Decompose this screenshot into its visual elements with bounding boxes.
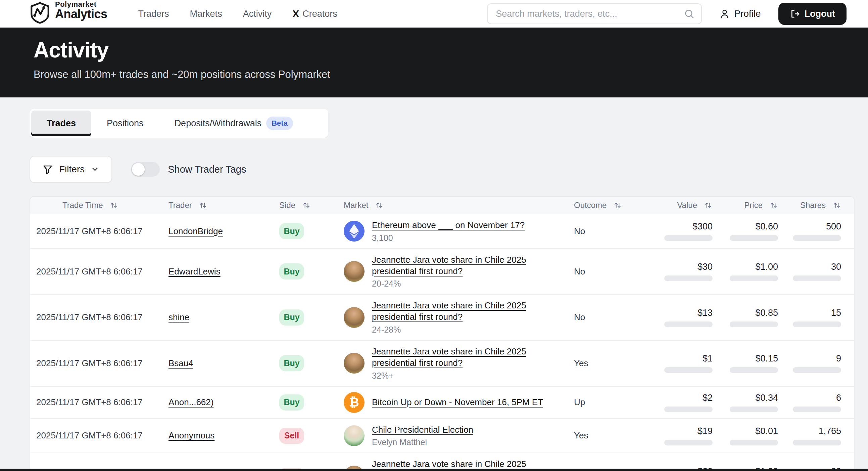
tab-positions[interactable]: Positions [91,111,159,136]
table-body: 2025/11/17 GMT+8 6:06:17LondonBridgeBuyE… [30,214,854,471]
column-header-market[interactable]: Market [323,201,563,210]
logo-bottom-label: Analytics [55,8,107,20]
sort-icon[interactable] [832,201,841,210]
value-cell: $30 [637,262,716,281]
column-header-trader[interactable]: Trader [162,201,262,210]
logout-button[interactable]: Logout [778,3,846,25]
search-icon [684,8,694,19]
shares-amount: 1,765 [818,426,841,436]
table-row: 2025/11/17 GMT+8 6:06:17LondonBridgeBuyE… [30,214,854,248]
trader-link[interactable]: shine [168,312,189,322]
price-amount: $0.85 [755,308,778,318]
market-link[interactable]: Jeannette Jara vote share in Chile 2025 … [372,254,562,277]
outcome-label: Up [563,397,637,408]
trader-link[interactable]: EdwardLewis [168,266,220,276]
nav-link-creators[interactable]: XCreators [292,8,337,20]
sort-icon[interactable] [110,201,118,210]
price-cell: $0.34 [716,393,781,412]
nav-links: TradersMarketsActivityXCreators [138,8,337,20]
value-bar [664,322,713,327]
page: Polymarket Analytics TradersMarketsActiv… [0,0,868,471]
trade-time: 2025/11/17 GMT+8 6:06:17 [30,266,162,277]
market-link[interactable]: Chile Presidential Election [372,424,473,436]
market-sub-label: 32%+ [372,371,562,381]
shares-amount: 6 [836,393,841,403]
column-header-shares[interactable]: Shares [781,201,854,210]
market-link[interactable]: Bitcoin Up or Down - November 16, 5PM ET [372,397,543,408]
column-label: Side [279,201,296,210]
sort-icon[interactable] [613,201,622,210]
value-cell: $300 [637,222,716,241]
activity-hero: Activity Browse all 100m+ trades and ~20… [0,28,868,97]
shares-bar [793,407,841,412]
logout-label: Logout [805,9,835,19]
table-row: 2025/11/17 GMT+8 6:06:17EdwardLewisBuyJe… [30,248,854,294]
trader-link[interactable]: Bsau4 [168,358,193,368]
value-bar [664,235,713,241]
profile-button[interactable]: Profile [719,8,761,19]
page-title: Activity [34,38,868,62]
value-cell: $2 [637,393,716,412]
logout-icon [790,9,800,19]
price-bar [730,440,778,445]
trader-link[interactable]: LondonBridge [168,226,223,236]
value-amount: $2 [703,393,713,403]
price-amount: $0.01 [755,426,778,436]
table-row: 2025/11/17 GMT+8 6:06:17Anon...662)Buy₿B… [30,386,854,418]
filters-button[interactable]: Filters [30,156,112,183]
shares-bar [793,440,841,445]
table-row: 2025/11/17 GMT+8 6:06:17AnonymousSellChi… [30,418,854,453]
column-header-trade-time[interactable]: Trade Time [30,201,162,210]
market-link[interactable]: Ethereum above ___ on November 17? [372,220,525,231]
market-link[interactable]: Jeannette Jara vote share in Chile 2025 … [372,346,562,369]
side-badge: Buy [279,263,304,279]
market-sub-label: 24-28% [372,325,562,334]
nav-link-label: Traders [138,9,169,19]
avatar-jara-icon [344,307,365,328]
trade-time: 2025/11/17 GMT+8 6:06:17 [30,430,162,441]
shares-cell: 9 [781,353,854,373]
column-label: Value [677,201,697,210]
column-header-price[interactable]: Price [716,201,781,210]
price-cell: $0.85 [716,308,781,327]
search-input[interactable] [496,9,684,19]
market-sub-label: 3,100 [372,233,525,243]
value-cell: $19 [637,426,716,445]
polymarket-analytics-logo[interactable]: Polymarket Analytics [30,2,107,24]
price-bar [730,275,778,281]
show-trader-tags-toggle[interactable] [131,162,160,177]
column-label: Price [744,201,763,210]
toggle-knob [132,163,145,176]
column-header-side[interactable]: Side [262,201,323,210]
shares-bar [793,275,841,281]
tab-trades[interactable]: Trades [31,111,91,136]
shares-cell: 1,765 [781,426,854,445]
value-amount: $1 [703,353,713,364]
sort-icon[interactable] [375,201,384,210]
outcome-label: Yes [563,358,637,369]
nav-link-markets[interactable]: Markets [190,9,222,19]
beta-badge: Beta [266,117,293,130]
market-link[interactable]: Jeannette Jara vote share in Chile 2025 … [372,300,562,323]
trade-time: 2025/11/17 GMT+8 6:06:17 [30,226,162,236]
avatar-matthei-icon [344,425,365,446]
sort-icon[interactable] [199,201,208,210]
trader-link[interactable]: Anonymous [168,430,215,440]
trade-time: 2025/11/17 GMT+8 6:06:17 [30,312,162,323]
search-box [487,3,702,24]
nav-link-traders[interactable]: Traders [138,9,169,19]
side-badge: Buy [279,394,304,411]
column-header-value[interactable]: Value [637,201,716,210]
sort-icon[interactable] [769,201,778,210]
price-amount: $1.00 [755,262,778,272]
sort-icon[interactable] [302,201,311,210]
main-content: TradesPositionsDeposits/WithdrawalsBeta … [0,97,868,471]
tab-deposits-withdrawals[interactable]: Deposits/WithdrawalsBeta [159,111,308,136]
column-header-outcome[interactable]: Outcome [563,201,637,210]
ethereum-icon [344,221,365,241]
sort-icon[interactable] [704,201,713,210]
trader-link[interactable]: Anon...662) [168,397,214,407]
nav-link-activity[interactable]: Activity [243,9,272,19]
nav-link-label: Creators [303,9,337,19]
shares-bar [793,367,841,373]
